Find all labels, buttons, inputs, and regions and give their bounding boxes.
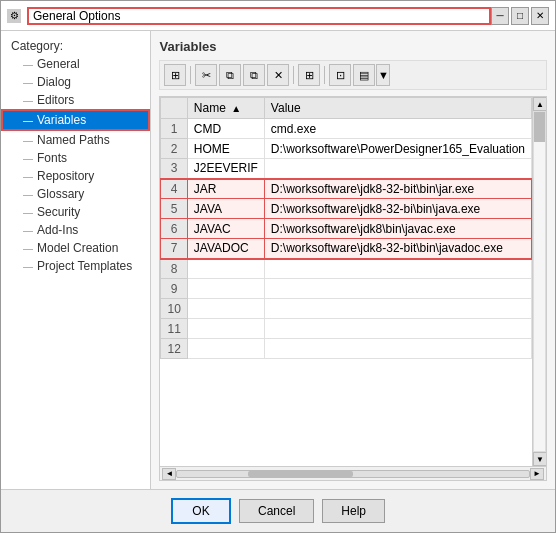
variables-table: Name ▲ Value 1CMDcmd.exe2HOMED:\worksoft…: [160, 97, 532, 359]
variables-table-container: Name ▲ Value 1CMDcmd.exe2HOMED:\worksoft…: [159, 96, 547, 481]
title-bar: ⚙ General Options ─ □ ✕: [1, 1, 555, 31]
maximize-button[interactable]: □: [511, 7, 529, 25]
sidebar-item-variables[interactable]: —Variables: [1, 109, 150, 131]
table-row[interactable]: 2HOMED:\worksoftware\PowerDesigner165_Ev…: [161, 139, 532, 159]
window-icon: ⚙: [7, 9, 21, 23]
table-row[interactable]: 9: [161, 279, 532, 299]
toolbar-btn-export[interactable]: ⊡: [329, 64, 351, 86]
cancel-button[interactable]: Cancel: [239, 499, 314, 523]
col-header-value[interactable]: Value: [264, 98, 531, 119]
tree-dash-icon: —: [23, 171, 33, 182]
row-name-cell[interactable]: [187, 259, 264, 279]
row-name-cell[interactable]: JAVAC: [187, 219, 264, 239]
col-header-rownum: [161, 98, 187, 119]
col-header-name[interactable]: Name ▲: [187, 98, 264, 119]
table-row[interactable]: 10: [161, 299, 532, 319]
row-name-cell[interactable]: JAVADOC: [187, 239, 264, 259]
main-content: Category: —General—Dialog—Editors—Variab…: [1, 31, 555, 489]
toolbar-separator-1: [190, 66, 191, 84]
toolbar-btn-menu[interactable]: ▤: [353, 64, 375, 86]
scroll-track[interactable]: [533, 111, 546, 452]
sidebar-item-editors[interactable]: —Editors: [1, 91, 150, 109]
row-name-cell[interactable]: [187, 319, 264, 339]
table-row[interactable]: 4JARD:\worksoftware\jdk8-32-bit\bin\jar.…: [161, 179, 532, 199]
row-value-cell[interactable]: [264, 319, 531, 339]
sidebar-item-dialog[interactable]: —Dialog: [1, 73, 150, 91]
tree-dash-icon: —: [23, 135, 33, 146]
row-value-cell[interactable]: [264, 259, 531, 279]
scroll-up-button[interactable]: ▲: [533, 97, 546, 111]
tree-dash-icon: —: [23, 153, 33, 164]
sidebar-item-project-templates[interactable]: —Project Templates: [1, 257, 150, 275]
row-value-cell[interactable]: [264, 339, 531, 359]
sidebar-item-label: Fonts: [37, 151, 67, 165]
scroll-down-button[interactable]: ▼: [533, 452, 546, 466]
sidebar-item-label: Dialog: [37, 75, 71, 89]
row-name-cell[interactable]: JAR: [187, 179, 264, 199]
row-value-cell[interactable]: D:\worksoftware\PowerDesigner165_Evaluat…: [264, 139, 531, 159]
help-button[interactable]: Help: [322, 499, 385, 523]
scroll-h-track[interactable]: [176, 470, 530, 478]
row-value-cell[interactable]: D:\worksoftware\jdk8-32-bit\bin\jar.exe: [264, 179, 531, 199]
tree-dash-icon: —: [23, 189, 33, 200]
toolbar-btn-grid[interactable]: ⊞: [164, 64, 186, 86]
tree-dash-icon: —: [23, 59, 33, 70]
row-name-cell[interactable]: HOME: [187, 139, 264, 159]
table-row[interactable]: 11: [161, 319, 532, 339]
sidebar-item-repository[interactable]: —Repository: [1, 167, 150, 185]
vertical-scrollbar[interactable]: ▲ ▼: [532, 97, 546, 466]
toolbar-btn-arrow[interactable]: ▼: [376, 64, 390, 86]
tree-dash-icon: —: [23, 261, 33, 272]
close-button[interactable]: ✕: [531, 7, 549, 25]
sort-arrow-icon: ▲: [231, 103, 241, 114]
table-row[interactable]: 12: [161, 339, 532, 359]
tree-dash-icon: —: [23, 95, 33, 106]
row-name-cell[interactable]: CMD: [187, 119, 264, 139]
sidebar-item-model-creation[interactable]: —Model Creation: [1, 239, 150, 257]
row-value-cell[interactable]: D:\worksoftware\jdk8-32-bi\bin\java.exe: [264, 199, 531, 219]
row-number: 12: [161, 339, 187, 359]
table-row[interactable]: 5JAVAD:\worksoftware\jdk8-32-bi\bin\java…: [161, 199, 532, 219]
table-row[interactable]: 3J2EEVERIF: [161, 159, 532, 179]
scroll-right-button[interactable]: ►: [530, 468, 544, 480]
toolbar-btn-find[interactable]: ⊞: [298, 64, 320, 86]
row-value-cell[interactable]: D:\worksoftware\jdk8\bin\javac.exe: [264, 219, 531, 239]
table-row[interactable]: 6JAVACD:\worksoftware\jdk8\bin\javac.exe: [161, 219, 532, 239]
table-row[interactable]: 1CMDcmd.exe: [161, 119, 532, 139]
row-number: 9: [161, 279, 187, 299]
toolbar: ⊞ ✂ ⧉ ⧉ ✕ ⊞ ⊡ ▤ ▼: [159, 60, 547, 90]
row-number: 1: [161, 119, 187, 139]
sidebar-item-add-ins[interactable]: —Add-Ins: [1, 221, 150, 239]
toolbar-separator-2: [293, 66, 294, 84]
sidebar-item-fonts[interactable]: —Fonts: [1, 149, 150, 167]
row-value-cell[interactable]: D:\worksoftware\jdk8-32-bit\bin\javadoc.…: [264, 239, 531, 259]
horizontal-scrollbar[interactable]: ◄ ►: [160, 466, 546, 480]
sidebar-item-glossary[interactable]: —Glossary: [1, 185, 150, 203]
toolbar-btn-paste[interactable]: ⧉: [243, 64, 265, 86]
row-name-cell[interactable]: [187, 279, 264, 299]
scroll-left-button[interactable]: ◄: [162, 468, 176, 480]
row-value-cell[interactable]: [264, 159, 531, 179]
row-name-cell[interactable]: J2EEVERIF: [187, 159, 264, 179]
row-value-cell[interactable]: [264, 299, 531, 319]
table-row[interactable]: 8: [161, 259, 532, 279]
ok-button[interactable]: OK: [171, 498, 231, 524]
toolbar-btn-copy[interactable]: ⧉: [219, 64, 241, 86]
toolbar-dropdown[interactable]: ▤ ▼: [353, 64, 390, 86]
sidebar-item-security[interactable]: —Security: [1, 203, 150, 221]
toolbar-btn-cut[interactable]: ✂: [195, 64, 217, 86]
minimize-button[interactable]: ─: [491, 7, 509, 25]
panel-title: Variables: [159, 39, 547, 54]
scroll-thumb[interactable]: [534, 112, 545, 142]
table-row[interactable]: 7JAVADOCD:\worksoftware\jdk8-32-bit\bin\…: [161, 239, 532, 259]
scroll-h-thumb[interactable]: [248, 471, 353, 477]
row-name-cell[interactable]: [187, 299, 264, 319]
toolbar-btn-delete[interactable]: ✕: [267, 64, 289, 86]
row-value-cell[interactable]: [264, 279, 531, 299]
row-name-cell[interactable]: JAVA: [187, 199, 264, 219]
sidebar-item-general[interactable]: —General: [1, 55, 150, 73]
row-value-cell[interactable]: cmd.exe: [264, 119, 531, 139]
sidebar-item-named-paths[interactable]: —Named Paths: [1, 131, 150, 149]
row-number: 7: [161, 239, 187, 259]
row-name-cell[interactable]: [187, 339, 264, 359]
